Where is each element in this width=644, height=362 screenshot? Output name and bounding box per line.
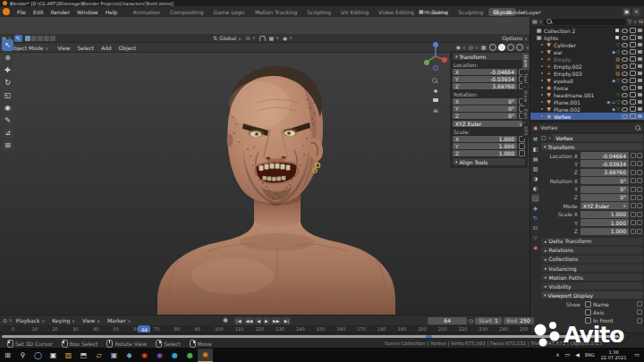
n-panel-tab[interactable]: Edit xyxy=(522,106,530,122)
snap-magnet-icon[interactable] xyxy=(259,36,266,41)
hide-render-icon[interactable] xyxy=(638,50,642,54)
taskbar-app-button[interactable]: ⬒ xyxy=(76,349,91,361)
animate-dot-icon[interactable] xyxy=(637,153,642,158)
overlays-toggle-icon[interactable]: ◎ xyxy=(469,45,479,50)
value-field[interactable]: 1.000 xyxy=(580,211,629,218)
animate-dot-icon[interactable] xyxy=(637,178,642,183)
animate-dot-icon[interactable] xyxy=(637,301,642,307)
properties-tab[interactable]: ▽ xyxy=(531,233,539,241)
gizmos-toggle-icon[interactable]: ◉ xyxy=(456,45,466,50)
value-field[interactable]: 0° xyxy=(580,186,629,193)
taskbar-app-button[interactable]: ◉ xyxy=(198,349,213,362)
properties-tab[interactable]: ↻ xyxy=(531,214,539,222)
scale-field[interactable]: Z1.000 xyxy=(453,150,525,156)
transform-orientation-dropdown[interactable]: Global xyxy=(219,35,242,41)
rotation-field[interactable]: X0° xyxy=(453,98,525,105)
lock-icon[interactable] xyxy=(631,187,636,192)
value-field[interactable]: 1.000 xyxy=(580,219,629,226)
tool-button[interactable]: ✎ xyxy=(2,114,13,126)
value-field[interactable]: 0° xyxy=(580,194,629,201)
properties-tab[interactable]: ▤ xyxy=(531,155,539,163)
tool-button[interactable]: ⊕ xyxy=(2,52,13,63)
value-field[interactable]: 3.69760 xyxy=(580,169,629,176)
value-field[interactable]: 0° xyxy=(580,177,629,184)
animate-dot-icon[interactable] xyxy=(637,161,642,166)
hide-eye-icon[interactable] xyxy=(622,72,628,76)
hide-viewport-icon[interactable] xyxy=(630,99,636,105)
scene-selector[interactable]: ▦ Scene xyxy=(419,9,448,15)
outliner-item[interactable]: ▼ headmane.001 ▽ xyxy=(530,91,644,98)
shading-material-icon[interactable] xyxy=(507,44,514,51)
viewport-menu-item[interactable]: Object xyxy=(115,45,140,51)
animate-dot-icon[interactable] xyxy=(637,318,642,324)
timeline-menu-item[interactable]: Playback xyxy=(13,317,48,324)
action-center-icon[interactable]: ▭ xyxy=(634,352,640,358)
hide-viewport-icon[interactable] xyxy=(630,106,636,112)
blender-icon[interactable] xyxy=(3,8,10,15)
hide-eye-icon[interactable] xyxy=(622,57,628,62)
new-layer-icon[interactable]: ▣ xyxy=(623,8,631,16)
animate-dot-icon[interactable] xyxy=(637,309,642,315)
viewport-menu-item[interactable]: View xyxy=(54,45,73,51)
viewport-display-header[interactable]: Viewport Display xyxy=(541,291,643,299)
hide-eye-icon[interactable] xyxy=(622,64,628,69)
topbar-menu-item[interactable]: Help xyxy=(102,9,122,15)
hide-eye-icon[interactable] xyxy=(622,93,628,97)
hide-viewport-icon[interactable] xyxy=(630,56,636,62)
taskbar-app-button[interactable]: ▨ xyxy=(61,349,76,361)
pivot-point-icon[interactable]: ⊙ xyxy=(246,36,256,41)
viewport-3d[interactable]: ⊞ ↖ ⇅ Global ⊙ ▦ ◉ Options ▣ Object Mode xyxy=(0,17,530,315)
n-panel-tab[interactable]: XPS xyxy=(522,123,530,139)
select-mode-extend-icon[interactable] xyxy=(31,36,37,41)
properties-tab[interactable]: ⚒ xyxy=(531,135,539,143)
value-field[interactable]: XYZ Euler xyxy=(580,202,629,209)
panel-header[interactable]: Motion Paths xyxy=(541,274,643,282)
transport-button[interactable]: |◀ xyxy=(234,317,243,324)
transport-button[interactable]: ◀ xyxy=(255,317,262,324)
select-mode-intersect-icon[interactable] xyxy=(50,36,55,41)
n-panel-tab[interactable]: Item xyxy=(522,53,530,70)
transform-panel-header[interactable]: Transform xyxy=(541,143,643,150)
workspace-tab[interactable]: Scripting xyxy=(302,8,335,16)
rotation-field[interactable]: Y0° xyxy=(453,105,525,112)
hide-eye-icon[interactable] xyxy=(622,86,628,90)
location-field[interactable]: Z3.69760 xyxy=(453,83,525,89)
outliner-item[interactable]: ◉ Vortex xyxy=(530,113,644,120)
align-tools-panel-header[interactable]: Align Tools xyxy=(453,158,525,165)
outliner-search-input[interactable] xyxy=(544,19,625,25)
transport-button[interactable]: ◀◀ xyxy=(244,317,255,324)
transport-button[interactable]: ▶ xyxy=(263,317,270,324)
end-frame-field[interactable]: End 250 xyxy=(504,317,534,324)
taskbar-clock[interactable]: 1:38 22.07.2021 xyxy=(601,349,627,360)
hide-render-icon[interactable] xyxy=(638,107,642,111)
hide-eye-icon[interactable] xyxy=(622,36,628,40)
lock-icon[interactable] xyxy=(519,150,525,156)
lock-icon[interactable] xyxy=(631,161,636,166)
outliner-item[interactable]: + Empty.002 ▨ xyxy=(530,63,644,70)
taskbar-app-button[interactable]: ● xyxy=(167,349,182,361)
filter-display-icon[interactable]: ▤ xyxy=(532,19,542,24)
outliner-item[interactable]: + Empty ▨ xyxy=(530,55,644,63)
taskbar-app-button[interactable]: ⚲ xyxy=(15,349,30,361)
navigation-gizmo[interactable] xyxy=(424,40,447,72)
n-panel-tab[interactable]: View xyxy=(522,88,530,105)
properties-tab[interactable]: ◉ xyxy=(531,243,539,251)
shading-rendered-icon[interactable] xyxy=(516,44,523,51)
animate-dot-icon[interactable] xyxy=(637,195,642,200)
workspace-tab[interactable]: Video Editing xyxy=(374,8,419,16)
hide-viewport-icon[interactable] xyxy=(630,85,636,90)
hide-viewport-icon[interactable] xyxy=(630,63,636,69)
panel-header[interactable]: Instancing xyxy=(541,265,643,273)
lock-icon[interactable] xyxy=(631,170,636,175)
outliner-item[interactable]: ▼ eyeball ◆▽ xyxy=(530,77,644,84)
hide-viewport-icon[interactable] xyxy=(630,92,636,97)
tool-button[interactable]: ⊿ xyxy=(2,127,13,139)
hide-eye-icon[interactable] xyxy=(622,43,628,47)
proportional-falloff-icon[interactable] xyxy=(287,36,292,40)
hide-viewport-icon[interactable] xyxy=(630,42,636,47)
hide-render-icon[interactable] xyxy=(638,93,642,97)
sculpted-head-model[interactable] xyxy=(125,17,429,315)
snap-target-icon[interactable]: ▦ xyxy=(269,36,279,41)
hide-render-icon[interactable] xyxy=(638,64,642,68)
collection-checkbox[interactable] xyxy=(615,36,619,39)
